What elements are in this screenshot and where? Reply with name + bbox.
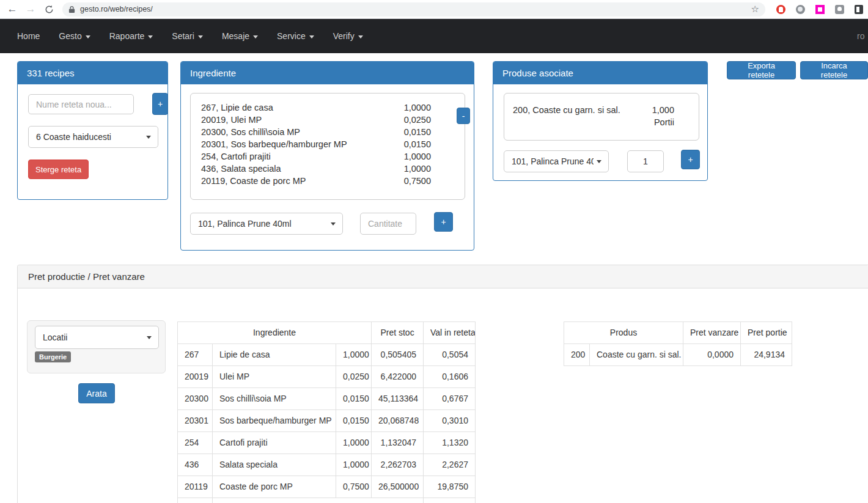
ingredient-add-select[interactable]: 101, Palinca Prune 40ml <box>190 213 343 235</box>
pret-productie-value: 24,9134 <box>424 498 476 503</box>
chevron-down-icon <box>86 35 90 39</box>
reload-icon-glyph <box>45 5 54 14</box>
col-header-produs: Produs <box>564 322 683 344</box>
location-badge[interactable]: Burgerie <box>35 351 71 362</box>
list-item[interactable]: 20301, Sos barbeque/hamburger MP0,0150 <box>201 138 431 150</box>
locations-box: Locatii Burgerie <box>27 320 166 373</box>
screen: ← → gesto.ro/web/recipes/ ☆ Home <box>0 0 868 503</box>
table-row: 20119Coaste de porc MP0,750026,50000019,… <box>178 476 476 498</box>
extension-icons <box>776 5 858 14</box>
export-recipes-button[interactable]: Exporta retetele <box>727 61 796 79</box>
table-row: 20300Sos chilli\soia MP0,015045,1133640,… <box>178 388 476 410</box>
forward-icon[interactable]: → <box>24 3 37 15</box>
chevron-down-icon <box>358 35 363 39</box>
products-listbox: 200, Coaste cu garn. si sal.1,000Portii <box>504 93 699 141</box>
list-item[interactable]: 200, Coaste cu garn. si sal.1,000 <box>513 104 674 116</box>
associated-products-title: Produse asociate <box>493 62 707 84</box>
show-button[interactable]: Arata <box>78 383 115 403</box>
list-item[interactable]: 20019, Ulei MP0,0250 <box>201 114 431 126</box>
adblock-extension-icon[interactable] <box>776 5 785 14</box>
table-row: 267Lipie de casa1,00000,5054050,5054 <box>178 344 476 366</box>
delete-recipe-button[interactable]: Sterge reteta <box>28 160 89 179</box>
col-header-ingrediente: Ingrediente <box>178 322 372 344</box>
new-recipe-input[interactable]: Nume reteta noua... <box>28 94 134 114</box>
ingredients-price-table: Ingrediente Pret stoc Val in reteta 267L… <box>177 321 476 503</box>
recipes-panel-title: 331 recipes <box>18 62 167 84</box>
table-footer-row: Pret productie 24,9134 <box>178 498 476 503</box>
remove-ingredient-button[interactable]: - <box>457 108 470 124</box>
back-icon[interactable]: ← <box>6 3 18 15</box>
list-item[interactable]: 267, Lipie de casa1,0000 <box>201 101 431 114</box>
page-content: 331 recipes Nume reteta noua... + 6 Coas… <box>0 53 868 503</box>
list-item[interactable]: 20119, Coaste de porc MP0,7500 <box>201 175 431 187</box>
lightbulb-extension-icon[interactable] <box>835 5 844 14</box>
clipped-extension-icon[interactable] <box>855 5 863 14</box>
product-add-select[interactable]: 101, Palinca Prune 40 <box>504 150 609 172</box>
chevron-down-icon <box>331 222 336 226</box>
nav-user-clipped[interactable]: ro <box>857 31 867 41</box>
recipes-toolbar: Exporta retetele Incarca retetele <box>727 61 868 79</box>
recipes-panel: 331 recipes Nume reteta noua... + 6 Coas… <box>17 61 168 200</box>
add-product-button[interactable]: + <box>681 150 700 169</box>
nav-item-home[interactable]: Home <box>17 31 40 41</box>
lock-icon <box>68 6 75 13</box>
magenta-extension-icon[interactable] <box>815 5 825 14</box>
chevron-down-icon <box>198 35 203 39</box>
gray-circle-extension-icon[interactable] <box>796 5 805 14</box>
quantity-input[interactable]: Cantitate <box>360 213 416 235</box>
locations-select[interactable]: Locatii <box>35 326 159 349</box>
table-row: 436Salata speciala1,00002,2627032,2627 <box>178 454 476 476</box>
url-text: gesto.ro/web/recipes/ <box>80 5 751 13</box>
col-header-pret-portie: Pret portie <box>741 322 792 344</box>
browser-chrome: ← → gesto.ro/web/recipes/ ☆ <box>0 0 868 19</box>
associated-products-panel: Produse asociate 200, Coaste cu garn. si… <box>493 61 708 181</box>
table-row: 20019Ulei MP0,02506,4220000,1606 <box>178 366 476 388</box>
chevron-down-icon <box>309 35 314 39</box>
table-row: 254Cartofi prajiti1,00001,1320471,1320 <box>178 432 476 454</box>
chevron-down-icon <box>148 35 153 39</box>
product-quantity-input[interactable]: 1 <box>627 150 664 172</box>
product-price-table: Produs Pret vanzare Pret portie 200Coast… <box>564 321 792 366</box>
ingredients-panel-title: Ingrediente <box>181 62 474 84</box>
nav-item-setari[interactable]: Setari <box>172 31 203 41</box>
bookmark-star-icon[interactable]: ☆ <box>751 4 759 15</box>
reload-icon[interactable] <box>43 3 55 15</box>
pricing-panel-title: Pret productie / Pret vanzare <box>18 265 868 288</box>
nav-item-mesaje[interactable]: Mesaje <box>222 31 258 41</box>
main-navbar: Home Gesto Rapoarte Setari Mesaje Servic… <box>0 19 868 53</box>
chevron-down-icon <box>597 160 601 163</box>
list-item[interactable]: 436, Salata speciala1,0000 <box>201 163 431 175</box>
col-header-pret-vanzare: Pret vanzare <box>683 322 741 344</box>
pret-productie-label: Pret productie <box>213 498 424 503</box>
chevron-down-icon <box>146 136 151 139</box>
nav-item-verify[interactable]: Verify <box>333 31 363 41</box>
url-bar[interactable]: gesto.ro/web/recipes/ ☆ <box>62 2 765 17</box>
col-header-val-in-reteta: Val in reteta <box>424 322 476 344</box>
table-row: 200Coaste cu garn. si sal.0,000024,9134 <box>564 344 792 366</box>
col-header-pret-stoc: Pret stoc <box>372 322 424 344</box>
ingredients-listbox: 267, Lipie de casa1,000020019, Ulei MP0,… <box>190 93 465 200</box>
pricing-panel: Pret productie / Pret vanzare Locatii Bu… <box>17 265 868 503</box>
recipe-select[interactable]: 6 Coaste haiducesti <box>28 126 158 148</box>
add-recipe-button[interactable]: + <box>152 93 168 115</box>
nav-item-gesto[interactable]: Gesto <box>59 31 90 41</box>
chevron-down-icon <box>253 35 258 39</box>
add-ingredient-button[interactable]: + <box>434 212 453 232</box>
list-item-unit: Portii <box>513 116 674 128</box>
nav-item-service[interactable]: Service <box>277 31 314 41</box>
chevron-down-icon <box>147 336 152 339</box>
import-recipes-button[interactable]: Incarca retetele <box>800 61 868 79</box>
list-item[interactable]: 254, Cartofi prajiti1,0000 <box>201 150 431 163</box>
table-row: 20301Sos barbeque/hamburger MP0,015020,0… <box>178 410 476 432</box>
ingredients-panel: Ingrediente 267, Lipie de casa1,00002001… <box>180 61 474 251</box>
list-item[interactable]: 20300, Sos chilli\soia MP0,0150 <box>201 126 431 138</box>
nav-item-rapoarte[interactable]: Rapoarte <box>109 31 153 41</box>
nav-menu: Home Gesto Rapoarte Setari Mesaje Servic… <box>17 31 382 41</box>
